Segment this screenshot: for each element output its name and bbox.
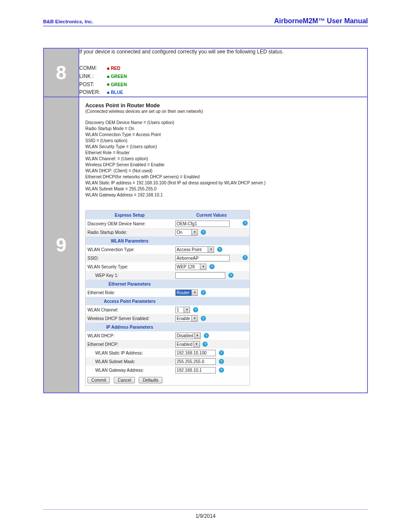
section-label: WLAN Parameters [86, 236, 174, 245]
step-9-body: Access Point in Router Mode (Connected w… [79, 97, 367, 393]
led-row-link: LINK : ●GREEN [79, 72, 367, 81]
config-line: WLAN Gateway Address = 192.168.10.1 [85, 192, 358, 198]
section-wlan-parameters: WLAN Parameters [86, 236, 249, 245]
row-gateway: WLAN Gateway Address: 192.168.10.1 ? [86, 366, 249, 374]
row-wlan-dhcp: WLAN DHCP: Disabled▾ ? [86, 331, 249, 340]
row-discovery-name: Discovery OEM Device Name: OEM-Cfg1 ? [86, 219, 249, 228]
label-discovery-name: Discovery OEM Device Name: [86, 219, 174, 228]
label-wlan-channel: WLAN Channel: [86, 305, 174, 314]
help-icon[interactable]: ? [219, 367, 224, 373]
led-label: LINK : [79, 72, 105, 80]
label-wlan-security: WLAN Security Type: [86, 262, 174, 271]
help-icon[interactable]: ? [219, 350, 224, 355]
header-company: B&B Electronics, Inc. [43, 19, 93, 24]
led-dot-icon: ● [106, 81, 110, 87]
chevron-down-icon[interactable]: ▾ [195, 333, 201, 339]
input-wep-key[interactable] [175, 272, 225, 279]
select-dhcp-server[interactable]: Enable [175, 315, 192, 322]
help-icon[interactable]: ? [243, 255, 248, 260]
led-dot-icon: ● [106, 89, 110, 96]
page-footer: 1/9/2014 [0, 509, 411, 519]
label-static-ip: WLAN Static IP Address: [86, 348, 174, 357]
help-icon[interactable]: ? [219, 359, 224, 364]
led-status: RED [111, 65, 120, 71]
config-line: Discovery OEM Device Name = (Users optio… [85, 120, 358, 126]
help-icon[interactable]: ? [202, 342, 208, 347]
select-ethernet-dhcp[interactable]: Enabled [175, 341, 194, 348]
led-row-post: POST: ●GREEN [79, 81, 367, 89]
row-wlan-conn-type: WLAN Connection Type: Access Point▾ ? [86, 245, 249, 254]
config-summary: Discovery OEM Device Name = (Users optio… [85, 120, 358, 198]
label-wep-key: WEP Key 1: [86, 271, 174, 280]
input-static-ip[interactable]: 192.168.10.100 [175, 350, 216, 356]
input-ssid[interactable]: AirborneAP [175, 255, 230, 261]
config-line: Ethernet Role = Router [85, 150, 358, 156]
commit-button[interactable]: Commit [87, 377, 110, 383]
led-label: POST: [79, 81, 105, 88]
config-line: WLAN Security Type = (Users option) [85, 144, 358, 150]
label-ethernet-dhcp: Ethernet DHCP: [86, 340, 174, 348]
steps-table: 8 If your device is connected and config… [43, 48, 368, 393]
select-ethernet-role[interactable]: Router [175, 289, 192, 296]
label-wlan-conn-type: WLAN Connection Type: [86, 245, 174, 254]
chevron-down-icon[interactable]: ▾ [192, 289, 198, 296]
help-icon[interactable]: ? [228, 273, 234, 278]
chevron-down-icon[interactable]: ▾ [184, 307, 190, 313]
help-icon[interactable]: ? [204, 333, 209, 338]
step-8-body: If your device is connected and configur… [79, 48, 367, 97]
row-wlan-channel: WLAN Channel: 1▾ ? [86, 305, 249, 314]
select-wlan-security[interactable]: WEP 128 [175, 264, 200, 270]
chevron-down-icon[interactable]: ▾ [194, 341, 200, 348]
input-gateway[interactable]: 192.168.10.1 [175, 367, 216, 373]
select-wlan-dhcp[interactable]: Disabled [175, 333, 195, 339]
section-ip-parameters: IP Address Parameters [86, 323, 249, 331]
cancel-button[interactable]: Cancel [114, 377, 135, 383]
config-line: WLAN DHCP: (Client) = (Not used) [85, 168, 358, 174]
input-subnet-mask[interactable]: 255.255.255.0 [175, 358, 216, 365]
step-9-number: 9 [44, 234, 78, 256]
row-subnet-mask: WLAN Subnet Mask: 255.255.255.0 ? [86, 357, 249, 366]
row-static-ip: WLAN Static IP Address: 192.168.10.100 ? [86, 348, 249, 357]
chevron-down-icon[interactable]: ▾ [200, 264, 206, 270]
label-ethernet-role: Ethernet Role: [86, 288, 174, 297]
led-label: POWER: [79, 88, 105, 96]
defaults-button[interactable]: Defaults [139, 377, 162, 383]
label-gateway: WLAN Gateway Address: [86, 366, 174, 374]
button-bar: Commit Cancel Defaults [86, 374, 249, 385]
express-setup-panel: Express Setup Current Values Discovery O… [85, 210, 250, 386]
led-label: COMM: [79, 64, 105, 72]
help-icon[interactable]: ? [217, 247, 222, 252]
config-line: WLAN Static IP address = 192.168.10.100 … [85, 180, 358, 186]
row-ssid: SSID: AirborneAP ? [86, 254, 249, 262]
page-header: B&B Electronics, Inc. AirborneM2M™ User … [43, 17, 368, 26]
step-8-intro: If your device is connected and configur… [79, 49, 367, 55]
select-radio-startup[interactable]: On [175, 229, 192, 236]
help-icon[interactable]: ? [243, 221, 248, 226]
select-wlan-conn-type[interactable]: Access Point [175, 246, 208, 253]
section-ethernet-parameters: Ethernet Parameters [86, 280, 249, 288]
chevron-down-icon[interactable]: ▾ [192, 315, 198, 322]
help-icon[interactable]: ? [201, 230, 206, 235]
led-status: GREEN [111, 82, 127, 87]
help-icon[interactable]: ? [201, 290, 206, 295]
select-wlan-channel[interactable]: 1 [175, 307, 184, 313]
chevron-down-icon[interactable]: ▾ [208, 246, 214, 253]
label-radio-startup: Radio Startup Mode: [86, 228, 174, 236]
config-line: WLAN Connection Type = Access Point [85, 132, 358, 138]
help-icon[interactable]: ? [193, 307, 198, 312]
label-ssid: SSID: [86, 254, 174, 262]
row-ethernet-dhcp: Ethernet DHCP: Enabled▾ ? [86, 340, 249, 348]
chevron-down-icon[interactable]: ▾ [192, 229, 198, 236]
footer-date: 1/9/2014 [196, 513, 216, 519]
step-8-number: 8 [44, 62, 78, 84]
label-dhcp-server: Wireless DHCP Server Enabled: [86, 314, 174, 323]
section-ap-parameters: Access Point Parameters [86, 297, 249, 305]
help-icon[interactable]: ? [209, 264, 215, 269]
led-status-list: COMM: ●RED LINK : ●GREEN POST: ●GREEN PO… [79, 64, 367, 96]
led-status: GREEN [111, 74, 127, 79]
section-label: Ethernet Parameters [86, 280, 174, 288]
row-ethernet-role: Ethernet Role: Router▾ ? [86, 288, 249, 297]
help-icon[interactable]: ? [201, 316, 206, 321]
ui-header-row: Express Setup Current Values [86, 211, 249, 219]
input-discovery-name[interactable]: OEM-Cfg1 [175, 221, 230, 227]
